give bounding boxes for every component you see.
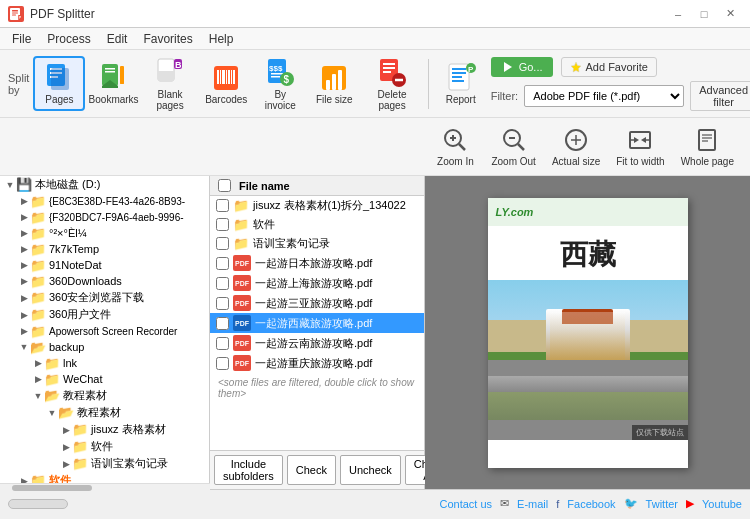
tree-arrow-folder3[interactable]: ▶ — [18, 228, 30, 238]
file-checkbox[interactable] — [216, 218, 229, 231]
tree-label-jisuxz: jisuxz 表格素材 — [91, 422, 166, 437]
tree-item-folder2[interactable]: ▶ 📁 {F320BDC7-F9A6-4aeb-9996- — [0, 209, 209, 225]
tree-arrow-apowersoft[interactable]: ▶ — [18, 326, 30, 336]
by-invoice-button[interactable]: $$$ $ By invoice — [254, 53, 306, 115]
tree-item-wechat[interactable]: ▶ 📁 WeChat — [0, 371, 209, 387]
tree-arrow-lnk[interactable]: ▶ — [32, 358, 44, 368]
list-item[interactable]: PDF 一起游日本旅游攻略.pdf — [210, 253, 424, 273]
email-link[interactable]: E-mail — [517, 498, 548, 510]
menu-file[interactable]: File — [4, 30, 39, 48]
tree-arrow-local-disk[interactable]: ▼ — [4, 180, 16, 190]
bookmarks-button[interactable]: Bookmarks — [87, 58, 139, 109]
tree-arrow-jcsc2[interactable]: ▼ — [46, 408, 58, 418]
file-checkbox[interactable] — [216, 297, 229, 310]
contact-us[interactable]: Contact us — [439, 498, 492, 510]
delete-pages-button[interactable]: Delete pages — [362, 53, 422, 115]
file-checkbox[interactable] — [216, 257, 229, 270]
tree-arrow-7k7k[interactable]: ▶ — [18, 244, 30, 254]
select-all-checkbox[interactable] — [218, 179, 231, 192]
menu-edit[interactable]: Edit — [99, 30, 136, 48]
filter-select[interactable]: Adobe PDF file (*.pdf) — [524, 85, 684, 107]
file-size-button[interactable]: File size — [308, 58, 360, 109]
bookmarks-label: Bookmarks — [89, 94, 139, 105]
uncheck-button[interactable]: Uncheck — [340, 455, 401, 485]
maximize-button[interactable]: □ — [692, 5, 716, 23]
tree-arrow-jcsc[interactable]: ▼ — [32, 391, 44, 401]
check-button[interactable]: Check — [287, 455, 336, 485]
report-button[interactable]: P Report — [435, 58, 487, 109]
barcodes-button[interactable]: Barcodes — [200, 58, 252, 109]
menu-process[interactable]: Process — [39, 30, 98, 48]
tree-item-jisuxz[interactable]: ▶ 📁 jisuxz 表格素材 — [0, 421, 209, 438]
tree-item-360browser[interactable]: ▶ 📁 360安全浏览器下载 — [0, 289, 209, 306]
whole-page-button[interactable]: Whole page — [673, 122, 742, 171]
file-checkbox[interactable] — [216, 337, 229, 350]
tree-item-yxbsc[interactable]: ▶ 📁 语训宝素句记录 — [0, 455, 209, 472]
tree-item-local-disk[interactable]: ▼ 💾 本地磁盘 (D:) — [0, 176, 209, 193]
folder-icon-yxbsc: 📁 — [72, 457, 88, 471]
youtube-link[interactable]: Youtube — [702, 498, 742, 510]
tree-item-360user[interactable]: ▶ 📁 360用户文件 — [0, 306, 209, 323]
list-item[interactable]: 📁 语训宝素句记录 — [210, 234, 424, 253]
tree-arrow-360browser[interactable]: ▶ — [18, 293, 30, 303]
file-checkbox[interactable] — [216, 357, 229, 370]
facebook-link[interactable]: Facebook — [567, 498, 615, 510]
fit-to-width-button[interactable]: Fit to width — [608, 122, 672, 171]
close-button[interactable]: ✕ — [718, 5, 742, 23]
list-item[interactable]: 📁 软件 — [210, 215, 424, 234]
tree-item-lnk[interactable]: ▶ 📁 lnk — [0, 355, 209, 371]
add-favorite-button[interactable]: Add Favorite — [561, 57, 657, 77]
tree-item-rj[interactable]: ▶ 📁 软件 — [0, 438, 209, 455]
tree-item-folder3[interactable]: ▶ 📁 °²×°Èl¼ — [0, 225, 209, 241]
twitter-link[interactable]: Twitter — [646, 498, 678, 510]
tree-arrow-91note[interactable]: ▶ — [18, 260, 30, 270]
folder-icon-jcsc2: 📂 — [58, 406, 74, 420]
tree-arrow-jisuxz[interactable]: ▶ — [60, 425, 72, 435]
svg-text:$: $ — [284, 74, 290, 85]
tree-arrow-folder1[interactable]: ▶ — [18, 196, 30, 206]
app-icon: P — [8, 6, 24, 22]
tree-arrow-folder2[interactable]: ▶ — [18, 212, 30, 222]
tree-item-apowersoft[interactable]: ▶ 📁 Apowersoft Screen Recorder — [0, 323, 209, 339]
list-item[interactable]: PDF 一起游上海旅游攻略.pdf — [210, 273, 424, 293]
tree-item-backup[interactable]: ▼ 📂 backup — [0, 339, 209, 355]
list-item-selected[interactable]: PDF 一起游西藏旅游攻略.pdf — [210, 313, 424, 333]
svg-line-57 — [459, 144, 465, 150]
tree-arrow-rj[interactable]: ▶ — [60, 442, 72, 452]
file-checkbox[interactable] — [216, 277, 229, 290]
file-checkbox[interactable] — [216, 199, 229, 212]
tree-item-7k7k[interactable]: ▶ 📁 7k7kTemp — [0, 241, 209, 257]
zoom-in-button[interactable]: Zoom In — [427, 122, 483, 171]
list-item[interactable]: 📁 jisuxz 表格素材(1)拆分_134022 — [210, 196, 424, 215]
tree-arrow-yxbsc[interactable]: ▶ — [60, 459, 72, 469]
folder-icon-5: 📁 — [30, 258, 46, 272]
minimize-button[interactable]: – — [666, 5, 690, 23]
menu-help[interactable]: Help — [201, 30, 242, 48]
list-item[interactable]: PDF 一起游三亚旅游攻略.pdf — [210, 293, 424, 313]
file-checkbox[interactable] — [216, 317, 229, 330]
advanced-filter-button[interactable]: Advanced filter — [690, 81, 750, 111]
tree-item-folder1[interactable]: ▶ 📁 {E8C3E38D-FE43-4a26-8B93- — [0, 193, 209, 209]
menu-favorites[interactable]: Favorites — [135, 30, 200, 48]
tree-item-jcsc2[interactable]: ▼ 📂 教程素材 — [0, 404, 209, 421]
tree-arrow-wechat[interactable]: ▶ — [32, 374, 44, 384]
include-subfolders-button[interactable]: Include subfolders — [214, 455, 283, 485]
tree-item-jcsc[interactable]: ▼ 📂 教程素材 — [0, 387, 209, 404]
folder-icon: 📁 — [233, 217, 249, 232]
zoom-out-button[interactable]: Zoom Out — [483, 122, 543, 171]
tree-hscrollbar[interactable] — [0, 483, 210, 489]
svg-rect-37 — [332, 74, 336, 90]
file-label: 一起游重庆旅游攻略.pdf — [255, 356, 372, 371]
tree-arrow-360user[interactable]: ▶ — [18, 310, 30, 320]
blank-pages-button[interactable]: B Blank pages — [142, 53, 198, 115]
list-item[interactable]: PDF 一起游重庆旅游攻略.pdf — [210, 353, 424, 373]
file-checkbox[interactable] — [216, 237, 229, 250]
pages-button[interactable]: Pages — [33, 56, 85, 111]
tree-item-91note[interactable]: ▶ 📁 91NoteDat — [0, 257, 209, 273]
tree-item-360dl[interactable]: ▶ 📁 360Downloads — [0, 273, 209, 289]
actual-size-button[interactable]: Actual size — [544, 122, 608, 171]
tree-arrow-backup[interactable]: ▼ — [18, 342, 30, 352]
tree-arrow-360dl[interactable]: ▶ — [18, 276, 30, 286]
go-button[interactable]: Go... — [491, 57, 553, 77]
list-item[interactable]: PDF 一起游云南旅游攻略.pdf — [210, 333, 424, 353]
